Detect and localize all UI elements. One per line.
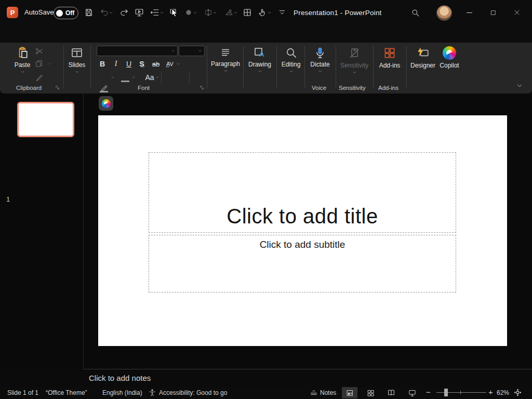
slideshow-icon — [408, 389, 416, 397]
microphone-icon — [314, 46, 326, 60]
text-highlight-button[interactable] — [99, 83, 110, 93]
qat-overflow-button[interactable] — [275, 6, 289, 19]
cut-button[interactable] — [35, 47, 44, 56]
font-name-combobox[interactable] — [97, 46, 178, 56]
dictate-button[interactable]: Dictate — [308, 45, 332, 74]
maximize-button[interactable] — [481, 0, 505, 25]
designer-button[interactable]: Designer — [409, 45, 436, 69]
change-case-button[interactable]: Aa — [143, 72, 156, 83]
designer-icon — [416, 46, 430, 60]
zoom-slider-thumb[interactable] — [444, 389, 448, 396]
user-avatar[interactable] — [436, 5, 452, 21]
slides-button[interactable]: Slides — [65, 45, 88, 74]
designer-label: Designer — [409, 62, 436, 69]
underline-button[interactable]: U — [123, 59, 135, 69]
font-size-combobox[interactable] — [179, 46, 205, 56]
chevron-down-icon — [352, 70, 357, 75]
save-button[interactable] — [82, 6, 96, 19]
undo-dropdown[interactable] — [108, 6, 113, 19]
accessibility-status[interactable]: Accessibility: Good to go — [159, 389, 227, 396]
copy-icon — [35, 59, 44, 68]
italic-button[interactable]: I — [110, 59, 122, 69]
outline-list-dropdown[interactable] — [159, 6, 164, 19]
chevron-down-icon — [318, 69, 323, 74]
notes-toggle-button[interactable]: Notes — [320, 389, 336, 396]
text-shadow-button[interactable]: S — [136, 59, 148, 69]
redo-button[interactable] — [117, 6, 131, 19]
resize-dropdown[interactable] — [212, 6, 217, 19]
subtitle-placeholder[interactable]: Click to add subtitle — [149, 235, 456, 292]
group-separator — [243, 46, 244, 88]
minimize-button[interactable] — [457, 0, 481, 25]
dictate-label: Dictate — [308, 61, 332, 68]
table-grid-button[interactable] — [241, 6, 254, 19]
strikethrough-button[interactable]: ab — [150, 59, 162, 69]
zoom-in-button[interactable]: + — [488, 388, 493, 396]
notes-placeholder[interactable]: Click to add notes — [89, 374, 151, 382]
copy-button[interactable] — [35, 59, 44, 68]
powerpoint-window: P AutoSave Off Presentation1 - PowerPoin… — [0, 0, 532, 399]
start-from-beginning-button[interactable] — [132, 6, 146, 19]
character-spacing-button[interactable]: AV — [164, 59, 176, 69]
drawing-icon — [253, 46, 267, 59]
notes-pane[interactable]: Click to add notes — [83, 369, 532, 387]
toggle-knob — [56, 10, 63, 17]
editing-button[interactable]: Editing — [278, 45, 303, 74]
paste-button[interactable]: Paste — [11, 45, 33, 74]
title-bar: P AutoSave Off Presentation1 - PowerPoin… — [0, 0, 532, 25]
panel-divider[interactable] — [83, 94, 84, 387]
change-case-dropdown[interactable] — [155, 72, 160, 83]
zoom-out-button[interactable]: − — [426, 388, 431, 396]
copilot-button[interactable]: Copilot — [437, 45, 461, 69]
reading-view-button[interactable] — [383, 387, 399, 398]
zoom-slider-midtick — [460, 391, 461, 394]
workspace: 1 Click to add title Click to add subtit… — [0, 94, 532, 369]
paragraph-button[interactable]: Paragraph — [210, 45, 241, 73]
slide-sorter-view-button[interactable] — [363, 387, 378, 398]
fit-slide-button[interactable] — [513, 388, 522, 397]
title-placeholder[interactable]: Click to add title — [149, 152, 456, 233]
theme-name[interactable]: “Office Theme” — [46, 389, 87, 396]
group-separator — [406, 46, 407, 88]
chevron-down-icon — [198, 49, 202, 53]
format-painter-button[interactable] — [35, 73, 44, 82]
drawing-label: Drawing — [245, 61, 274, 68]
shape-fill-dropdown[interactable] — [233, 6, 238, 19]
slide-counter[interactable]: Slide 1 of 1 — [7, 389, 38, 396]
shape-dropdown[interactable] — [192, 6, 197, 19]
character-spacing-dropdown[interactable] — [176, 59, 181, 69]
paintbrush-icon — [35, 73, 44, 82]
autosave-toggle[interactable]: Off — [54, 7, 78, 19]
font-color-dropdown[interactable] — [131, 72, 136, 83]
slide-sorter-icon — [367, 389, 375, 397]
notes-toggle-icon — [310, 389, 318, 397]
language-indicator[interactable]: English (India) — [102, 389, 142, 396]
slide-canvas[interactable]: Click to add title Click to add subtitle — [98, 115, 507, 346]
bold-button[interactable]: B — [97, 59, 108, 69]
sensitivity-button[interactable]: Sensitivity — [339, 45, 370, 75]
font-group-label: Font — [138, 85, 150, 91]
powerpoint-logo-icon[interactable]: P — [7, 7, 18, 18]
slide-thumbnail[interactable] — [17, 102, 74, 137]
group-separator — [373, 46, 374, 88]
clipboard-dialog-launcher[interactable] — [55, 85, 60, 90]
zoom-level[interactable]: 62% — [497, 389, 509, 396]
copilot-canvas-button[interactable] — [99, 96, 113, 111]
slideshow-view-button[interactable] — [404, 387, 420, 398]
copy-dropdown[interactable] — [47, 62, 51, 66]
font-dialog-launcher[interactable] — [200, 85, 204, 90]
text-highlight-dropdown[interactable] — [110, 72, 115, 83]
voice-group-label: Voice — [312, 85, 326, 91]
close-button[interactable] — [505, 0, 529, 25]
normal-view-button[interactable] — [342, 387, 357, 398]
addins-button[interactable]: Add-ins — [377, 45, 402, 69]
chevron-down-icon — [171, 49, 175, 53]
search-icon[interactable] — [408, 6, 422, 19]
drawing-button[interactable]: Drawing — [245, 45, 274, 74]
collapse-ribbon-button[interactable] — [516, 82, 523, 89]
touch-mode-dropdown[interactable] — [267, 6, 272, 19]
slide-number: 1 — [6, 195, 10, 203]
group-separator — [207, 46, 207, 88]
addins-label: Add-ins — [377, 62, 402, 69]
addins-group-label: Add-ins — [378, 85, 398, 91]
